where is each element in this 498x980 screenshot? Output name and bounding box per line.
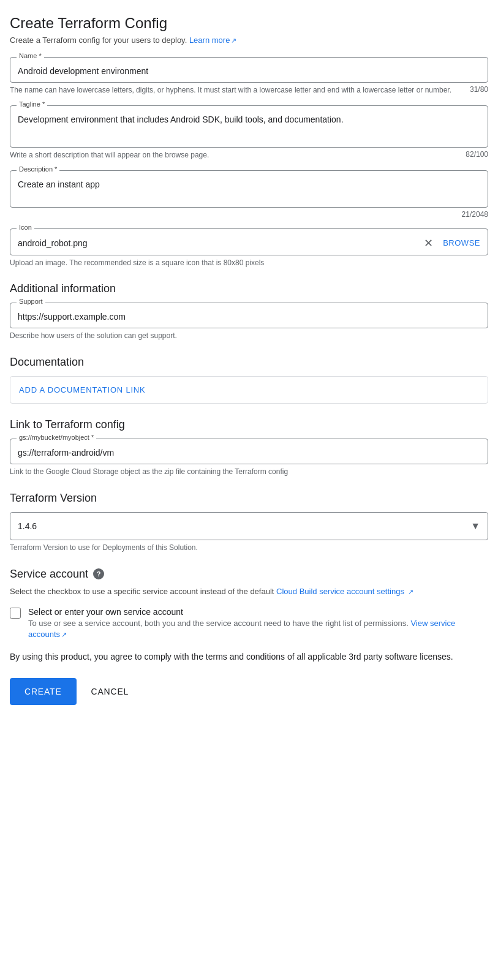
learn-more-link[interactable]: Learn more xyxy=(189,36,236,45)
documentation-heading: Documentation xyxy=(10,356,488,369)
terraform-link-heading: Link to Terraform config xyxy=(10,418,488,431)
support-helper: Describe how users of the solution can g… xyxy=(10,331,488,341)
tagline-label: Tagline * xyxy=(17,100,47,108)
action-buttons: CREATE CANCEL xyxy=(10,678,488,705)
terraform-version-helper: Terraform Version to use for Deployments… xyxy=(10,543,488,553)
terraform-link-helper: Link to the Google Cloud Storage object … xyxy=(10,467,488,477)
icon-clear-button[interactable]: ✕ xyxy=(424,238,433,249)
support-label: Support xyxy=(17,298,45,305)
tos-text: By using this product, you agree to comp… xyxy=(10,650,488,663)
service-account-section: Service account ? xyxy=(10,568,488,581)
description-label: Description * xyxy=(17,165,59,173)
tagline-char-count: 82/100 xyxy=(466,150,488,159)
help-icon[interactable]: ? xyxy=(93,568,104,579)
additional-info-heading: Additional information xyxy=(10,282,488,295)
create-button[interactable]: CREATE xyxy=(10,678,77,705)
page-title: Create Terraform Config xyxy=(10,15,488,32)
name-helper: The name can have lowercase letters, dig… xyxy=(10,85,470,96)
name-char-count: 31/80 xyxy=(470,85,488,94)
tagline-helper: Write a short description that will appe… xyxy=(10,150,466,160)
terraform-link-input[interactable] xyxy=(10,439,488,464)
service-account-checkbox[interactable] xyxy=(10,608,21,619)
icon-browse-button[interactable]: BROWSE xyxy=(443,238,480,247)
service-account-checkbox-label: Select or enter your own service account xyxy=(28,607,488,617)
description-field: Description * Create an instant app xyxy=(10,170,488,208)
icon-helper: Upload an image. The recommended size is… xyxy=(10,258,488,268)
service-account-checkbox-sublabel: To use or see a service account, both yo… xyxy=(28,618,488,640)
service-account-checkbox-row: Select or enter your own service account… xyxy=(10,607,488,640)
name-field: Name * xyxy=(10,57,488,83)
description-char-count: 21/2048 xyxy=(462,210,488,219)
support-input[interactable] xyxy=(10,303,488,328)
terraform-version-field: 1.4.6 1.4.5 1.4.4 1.3.9 ▼ xyxy=(10,512,488,540)
description-input[interactable]: Create an instant app xyxy=(10,171,488,205)
page-subtitle: Create a Terraform config for your users… xyxy=(10,36,488,45)
name-label: Name * xyxy=(17,52,44,59)
terraform-version-heading: Terraform Version xyxy=(10,492,488,505)
tagline-field: Tagline * Development environment that i… xyxy=(10,105,488,148)
tagline-input[interactable]: Development environment that includes An… xyxy=(10,106,488,145)
service-account-desc: Select the checkbox to use a specific se… xyxy=(10,586,488,598)
terraform-link-field: gs://mybucket/myobject * xyxy=(10,439,488,464)
icon-field: Icon android_robot.png ✕ BROWSE xyxy=(10,228,488,255)
terraform-link-label: gs://mybucket/myobject * xyxy=(17,434,96,441)
name-input[interactable] xyxy=(10,58,488,82)
cancel-button[interactable]: CANCEL xyxy=(81,678,139,705)
terraform-version-select[interactable]: 1.4.6 1.4.5 1.4.4 1.3.9 xyxy=(10,513,488,540)
cloud-build-service-account-link[interactable]: Cloud Build service account settings xyxy=(276,587,413,596)
icon-label: Icon xyxy=(17,224,34,231)
support-field: Support xyxy=(10,303,488,328)
add-documentation-link-button[interactable]: ADD A DOCUMENTATION LINK xyxy=(10,376,488,404)
icon-filename: android_robot.png xyxy=(18,238,424,248)
service-account-heading-text: Service account xyxy=(10,568,88,581)
